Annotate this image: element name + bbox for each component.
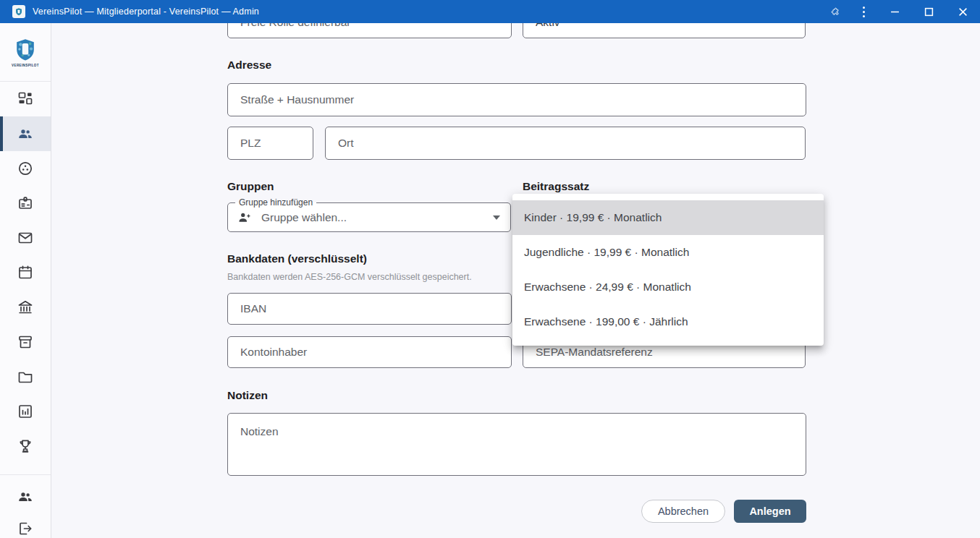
group-select[interactable]: Gruppe hinzufügen Gruppe wählen... [227,197,511,232]
sidebar-item-awards[interactable] [0,429,51,464]
mail-icon [17,229,34,247]
sidebar-item-dashboard[interactable] [0,82,51,116]
sidebar-item-mail[interactable] [0,221,51,255]
zip-field[interactable] [227,127,313,160]
notes-heading: Notizen [227,389,268,402]
fee-option[interactable]: Erwachsene · 199,00 € · Jährlich [512,304,824,339]
close-button[interactable] [946,0,980,23]
sidebar-item-badges[interactable] [0,186,51,221]
fee-option[interactable]: Jugendliche · 19,99 € · Monatlich [512,235,824,270]
sidebar-footer [0,474,51,538]
street-field[interactable] [227,83,806,116]
community-icon [17,488,34,505]
bank-heading: Bankdaten (verschlüsselt) [227,252,367,265]
fee-option[interactable]: Kinder · 19,99 € · Monatlich [512,200,824,235]
sidebar-item-community[interactable] [0,481,51,513]
group-select-value: Gruppe wählen... [261,211,347,224]
badge-icon [17,195,34,212]
fee-option[interactable]: Erwachsene · 24,99 € · Monatlich [512,270,824,304]
sidebar: VEREINSPILOT [0,23,51,538]
sidebar-item-members[interactable] [0,116,51,151]
calendar-icon [17,264,34,281]
account-holder-field[interactable] [227,336,512,368]
logout-icon [17,520,34,537]
finance-icon [17,299,34,316]
cancel-button[interactable]: Abbrechen [641,500,725,523]
bank-encryption-note: Bankdaten werden AES-256-GCM verschlüsse… [227,272,472,282]
logo-caption: VEREINSPILOT [12,64,39,67]
members-icon [17,125,34,142]
dashboard-icon [17,90,34,108]
fee-heading: Beitragssatz [523,180,589,193]
status-field[interactable] [523,23,806,38]
person-add-icon [237,210,252,225]
vereinspilot-logo: VEREINSPILOT [0,23,51,82]
maximize-button[interactable] [912,0,946,23]
chevron-down-icon [493,215,500,220]
title-bar: VereinsPilot — Mitgliederportal - Verein… [0,0,980,23]
trophy-icon [17,437,34,455]
minimize-button[interactable] [878,0,912,23]
sidebar-item-documents[interactable] [0,359,51,394]
sports-icon [17,160,34,177]
fee-dropdown-menu: Kinder · 19,99 € · Monatlich Jugendliche… [512,194,824,346]
extensions-icon[interactable] [820,0,849,23]
window-title: VereinsPilot — Mitgliederportal - Verein… [33,7,259,17]
member-form: Adresse Gruppen Gruppe hinzufügen Gruppe… [51,23,980,538]
archive-icon [17,333,34,351]
sidebar-item-reports[interactable] [0,394,51,429]
notes-field[interactable] [227,413,806,476]
sidebar-item-archive[interactable] [0,325,51,359]
city-field[interactable] [325,127,806,160]
submit-button[interactable]: Anlegen [734,500,806,523]
sidebar-item-sports[interactable] [0,151,51,186]
app-icon [12,5,25,18]
role-field[interactable] [227,23,512,38]
sidebar-item-logout[interactable] [0,513,51,538]
groups-heading: Gruppen [227,180,274,193]
iban-field[interactable] [227,293,512,325]
kebab-menu-icon[interactable] [849,0,878,23]
reports-icon [17,403,34,420]
sidebar-item-finance[interactable] [0,290,51,325]
sidebar-item-calendar[interactable] [0,255,51,290]
group-select-label: Gruppe hinzufügen [235,197,316,208]
folder-icon [17,368,34,385]
address-heading: Adresse [227,59,271,72]
